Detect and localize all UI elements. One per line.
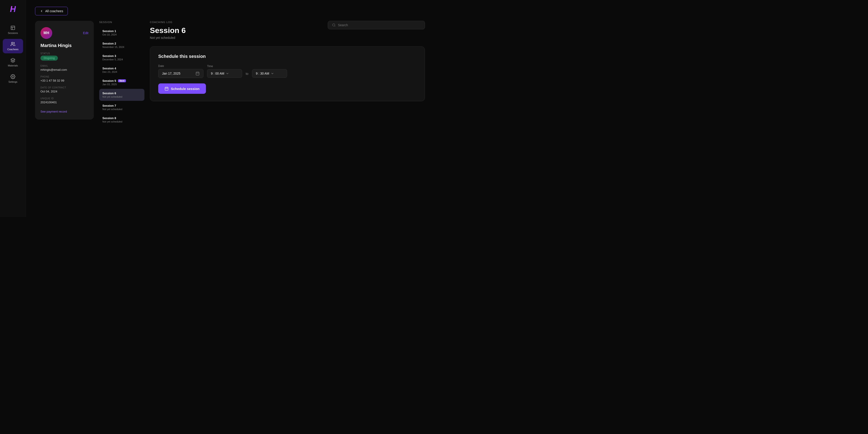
profile-card: MH Edit Martina Hingis STATUS Ongoing EM… <box>35 21 94 120</box>
coaching-log-label: COACHING LOG <box>150 21 186 24</box>
session-item-date-1: Oct 10, 2024 <box>102 33 141 36</box>
svg-point-6 <box>333 24 335 26</box>
coachees-icon <box>10 41 16 46</box>
schedule-card: Schedule this session Date Jan 17, 2025 <box>150 46 425 101</box>
coaching-header: COACHING LOG Session 6 Not yet scheduled <box>150 21 425 39</box>
coaching-title-area: COACHING LOG Session 6 Not yet scheduled <box>150 21 186 39</box>
time-end-value: 9 : 30 AM <box>256 72 269 75</box>
session-item-name-5: Session 5Next <box>102 79 141 83</box>
svg-point-3 <box>11 42 13 44</box>
next-badge: Next <box>118 79 126 82</box>
contract-field: DATE OF CONTRACT Oct 04, 2024 <box>40 86 88 93</box>
time-end-field-group: Time 9 : 30 AM <box>252 65 287 78</box>
session-item-date-2: November 15, 2024 <box>102 46 141 49</box>
sidebar-item-materials-label: Materials <box>8 64 18 67</box>
session-list: Session 1Oct 10, 2024Session 2November 1… <box>99 27 145 126</box>
sidebar: H Sessions Coachees Materials Setti <box>0 0 26 217</box>
session-item-name-8: Session 8 <box>102 116 141 120</box>
to-separator: to <box>246 72 248 75</box>
phone-label: PHONE <box>40 75 88 78</box>
phone-value: +33 1 47 58 32 99 <box>40 79 88 82</box>
time-end-select[interactable]: 9 : 30 AM <box>252 69 287 78</box>
svg-marker-4 <box>11 58 15 60</box>
search-icon <box>332 23 336 27</box>
session-item-date-4: Dec 23, 2024 <box>102 70 141 73</box>
status-label: STATUS <box>40 52 88 55</box>
time-label: Time <box>207 65 242 68</box>
svg-point-5 <box>12 76 13 77</box>
session-item-date-6: Not yet scheduled <box>102 95 141 98</box>
session-list-item-4[interactable]: Session 4Dec 23, 2024 <box>99 64 145 76</box>
sidebar-item-sessions[interactable]: Sessions <box>3 23 23 37</box>
session-list-item-7[interactable]: Session 7Not yet scheduled <box>99 101 145 113</box>
app-logo[interactable]: H <box>10 4 16 14</box>
session-item-name-7: Session 7 <box>102 104 141 107</box>
search-input[interactable] <box>338 23 421 27</box>
email-field: EMAIL mhingis@email.com <box>40 65 88 71</box>
status-badge: Ongoing <box>40 56 58 61</box>
main-content: All coachees MH Edit Martina Hingis STAT… <box>26 0 434 217</box>
profile-header: MH Edit <box>40 27 88 39</box>
svg-line-7 <box>335 26 335 26</box>
time-start-select[interactable]: 9 : 00 AM <box>207 69 242 78</box>
calendar-check-icon <box>164 87 168 91</box>
session-item-name-1: Session 1 <box>102 29 141 33</box>
sidebar-item-materials[interactable]: Materials <box>3 55 23 70</box>
search-box[interactable] <box>328 21 425 29</box>
session-item-date-5: Jan 03, 2025 <box>102 83 141 86</box>
chevron-down-end-icon <box>271 72 274 75</box>
session-list-item-5[interactable]: Session 5NextJan 03, 2025 <box>99 76 145 88</box>
sidebar-item-coachees[interactable]: Coachees <box>3 39 23 53</box>
settings-icon <box>10 74 16 79</box>
schedule-session-button[interactable]: Schedule session <box>158 84 206 94</box>
contract-label: DATE OF CONTRACT <box>40 86 88 89</box>
back-arrow-icon <box>40 9 43 13</box>
time-start-value: 9 : 00 AM <box>211 72 224 75</box>
session-panel: SESSION Session 1Oct 10, 2024Session 2No… <box>99 21 145 210</box>
payment-record-link[interactable]: See payment record <box>40 110 88 113</box>
session-list-item-2[interactable]: Session 2November 15, 2024 <box>99 39 145 51</box>
profile-name: Martina Hingis <box>40 43 88 48</box>
session-item-date-7: Not yet scheduled <box>102 108 141 111</box>
avatar: MH <box>40 27 52 39</box>
sidebar-item-settings-label: Settings <box>8 81 18 83</box>
back-button[interactable]: All coachees <box>35 7 68 16</box>
time-start-field-group: Time 9 : 00 AM <box>207 65 242 78</box>
status-field: STATUS Ongoing <box>40 52 88 61</box>
session-list-item-1[interactable]: Session 1Oct 10, 2024 <box>99 27 145 39</box>
sidebar-item-coachees-label: Coachees <box>7 48 19 51</box>
date-input[interactable]: Jan 17, 2025 <box>158 69 204 78</box>
session-subtitle: Not yet scheduled <box>150 36 186 39</box>
schedule-button-label: Schedule session <box>171 87 199 91</box>
chevron-down-icon <box>225 72 229 75</box>
content-area: MH Edit Martina Hingis STATUS Ongoing EM… <box>35 21 425 210</box>
sidebar-item-sessions-label: Sessions <box>8 32 18 34</box>
session-item-name-6: Session 6 <box>102 92 141 95</box>
session-item-date-8: Not yet scheduled <box>102 120 141 123</box>
calendar-icon <box>195 71 199 75</box>
svg-rect-8 <box>196 72 199 75</box>
email-label: EMAIL <box>40 65 88 67</box>
sidebar-item-settings[interactable]: Settings <box>3 71 23 86</box>
sessions-icon <box>10 25 16 30</box>
email-value: mhingis@email.com <box>40 68 88 71</box>
session-panel-header: SESSION <box>99 21 145 24</box>
date-value: Jan 17, 2025 <box>162 72 180 75</box>
session-list-item-6[interactable]: Session 6Not yet scheduled <box>99 89 145 101</box>
materials-icon <box>10 58 16 63</box>
date-label: Date <box>158 64 204 68</box>
schedule-card-title: Schedule this session <box>158 54 416 59</box>
date-field-group: Date Jan 17, 2025 <box>158 64 204 78</box>
session-list-item-3[interactable]: Session 3December 5, 2024 <box>99 52 145 64</box>
svg-rect-12 <box>165 87 168 90</box>
contract-value: Oct 04, 2024 <box>40 90 88 93</box>
edit-button[interactable]: Edit <box>83 31 88 35</box>
session-title: Session 6 <box>150 26 186 35</box>
session-list-item-8[interactable]: Session 8Not yet scheduled <box>99 114 145 126</box>
session-item-date-3: December 5, 2024 <box>102 58 141 61</box>
schedule-row: Date Jan 17, 2025 Time <box>158 64 416 78</box>
back-button-label: All coachees <box>45 9 63 13</box>
unique-id-field: UNIQUE ID 2024100401 <box>40 97 88 104</box>
session-item-name-3: Session 3 <box>102 54 141 58</box>
session-item-name-2: Session 2 <box>102 42 141 45</box>
